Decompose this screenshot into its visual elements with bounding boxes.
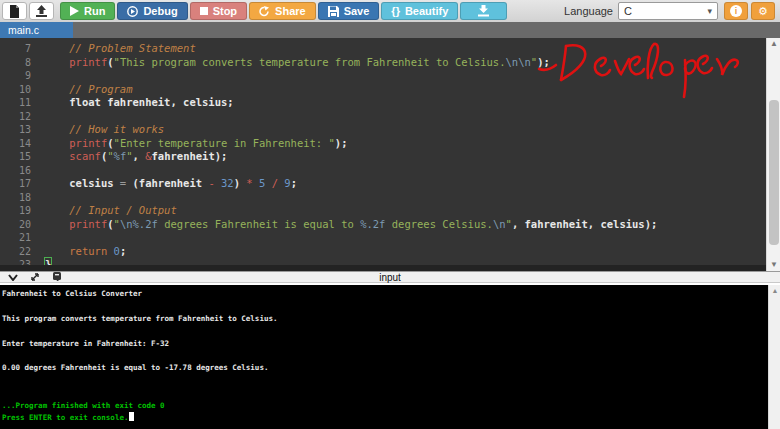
settings-button[interactable]: ⚙ (751, 2, 775, 20)
tab-main-c[interactable]: main.c (0, 22, 73, 38)
console-scroll-up-icon[interactable]: ▲ (769, 287, 780, 294)
ide-window: Run Debug Stop Share Save {} Beautify La… (0, 0, 780, 429)
line-number: 20 (0, 218, 40, 232)
code-token (44, 137, 69, 149)
download-icon (477, 5, 490, 17)
code-token: ; (120, 245, 126, 257)
save-button[interactable]: Save (318, 2, 380, 20)
share-icon (259, 6, 270, 17)
code-token: printf (69, 137, 107, 149)
line-number: 9 (0, 69, 40, 83)
code-token: \n (120, 218, 133, 230)
line-number: 7 (0, 42, 40, 56)
upload-icon (35, 5, 48, 17)
beautify-button[interactable]: {} Beautify (381, 2, 458, 20)
code-token: \n (493, 218, 506, 230)
stop-button[interactable]: Stop (190, 2, 247, 20)
code-token: fahrenheit (139, 177, 209, 189)
code-line: celsius = (fahrenheit - 32) * 5 / 9; (44, 177, 766, 191)
stop-button-label: Stop (213, 5, 237, 17)
code-token: printf (69, 56, 107, 68)
upload-button[interactable] (29, 2, 54, 20)
language-select[interactable]: C ▾ (618, 2, 718, 20)
console-line: ...Program finished with exit code 0 (2, 400, 768, 412)
line-number: 18 (0, 191, 40, 205)
code-line: float fahrenheit, celsius; (44, 96, 766, 110)
code-token: celsius (44, 177, 120, 189)
console-line (2, 300, 768, 312)
info-icon: i (730, 5, 742, 17)
scroll-down-icon[interactable]: ▼ (767, 259, 780, 271)
console-scrollbar[interactable]: ▲ (768, 285, 780, 429)
info-button[interactable]: i (724, 2, 748, 20)
console-line: This program converts temperature from F… (2, 313, 768, 325)
code-line: printf("\n%.2f degrees Fahrenheit is equ… (44, 218, 766, 232)
code-token: printf (69, 218, 107, 230)
code-line (44, 191, 766, 205)
console-output[interactable]: Fahrenheit to Celsius ConverterThis prog… (0, 285, 768, 429)
code-token: , (512, 218, 525, 230)
editor-vertical-scrollbar[interactable]: ▲ ▼ (766, 38, 780, 271)
code-token: ; (291, 177, 297, 189)
code-token: degrees Celsius. (385, 218, 492, 230)
console-line (2, 387, 768, 399)
save-icon (328, 6, 339, 17)
console-line: Fahrenheit to Celsius Converter (2, 288, 768, 300)
toolbar: Run Debug Stop Share Save {} Beautify La… (0, 0, 780, 22)
code-line (44, 69, 766, 83)
code-token: \n\n (506, 56, 531, 68)
play-icon (70, 6, 79, 16)
run-button[interactable]: Run (60, 2, 115, 20)
code-token: %.2f (133, 218, 158, 230)
code-token: "Enter temperature in Fahrenheit: " (114, 137, 335, 149)
line-number: 15 (0, 150, 40, 164)
line-number: 17 (0, 177, 40, 191)
console-line: Enter temperature in Fahrenheit: F-32 (2, 338, 768, 350)
code-token: fahrenheit (525, 218, 588, 230)
line-number: 8 (0, 56, 40, 70)
code-line (44, 164, 766, 178)
share-button[interactable]: Share (249, 2, 316, 20)
code-line: // Program (44, 83, 766, 97)
code-editor[interactable]: 7891011121314151617181920212223 // Probl… (0, 38, 766, 265)
code-token: %.2f (360, 218, 385, 230)
line-number: 14 (0, 137, 40, 151)
stop-icon (200, 7, 208, 15)
code-token: ); (215, 150, 228, 162)
debug-button-label: Debug (143, 5, 177, 17)
code-token: return (69, 245, 107, 257)
line-number: 11 (0, 96, 40, 110)
code-token: degrees Fahrenheit is equal to (158, 218, 360, 230)
editor-scrollbar-thumb[interactable] (769, 100, 779, 245)
braces-icon: {} (391, 5, 400, 17)
code-token: // Input / Output (44, 204, 177, 216)
line-number: 12 (0, 110, 40, 124)
console-header: input (0, 271, 780, 283)
code-token: celsius (600, 218, 644, 230)
console-line (2, 375, 768, 387)
code-token: ); (537, 56, 550, 68)
debug-button[interactable]: Debug (117, 2, 187, 20)
code-token: ); (335, 137, 348, 149)
code-token: %f (114, 150, 127, 162)
scroll-up-icon[interactable]: ▲ (767, 38, 780, 50)
beautify-button-label: Beautify (405, 5, 448, 17)
tab-label: main.c (8, 24, 39, 36)
console-line: 0.00 degrees Fahrenheit is equal to -17.… (2, 362, 768, 374)
debug-icon (127, 6, 138, 17)
code-line: // How it works (44, 123, 766, 137)
download-button[interactable] (460, 2, 507, 20)
code-line (44, 110, 766, 124)
code-line (44, 231, 766, 245)
line-number: 21 (0, 231, 40, 245)
line-number: 10 (0, 83, 40, 97)
line-number: 23 (0, 258, 40, 265)
console-cursor (129, 412, 134, 421)
run-button-label: Run (84, 5, 105, 17)
save-button-label: Save (344, 5, 370, 17)
tab-bar: main.c (0, 22, 780, 38)
language-label: Language (564, 5, 613, 17)
new-file-button[interactable] (2, 2, 27, 20)
console-line (2, 350, 768, 362)
console-title: input (0, 272, 780, 284)
